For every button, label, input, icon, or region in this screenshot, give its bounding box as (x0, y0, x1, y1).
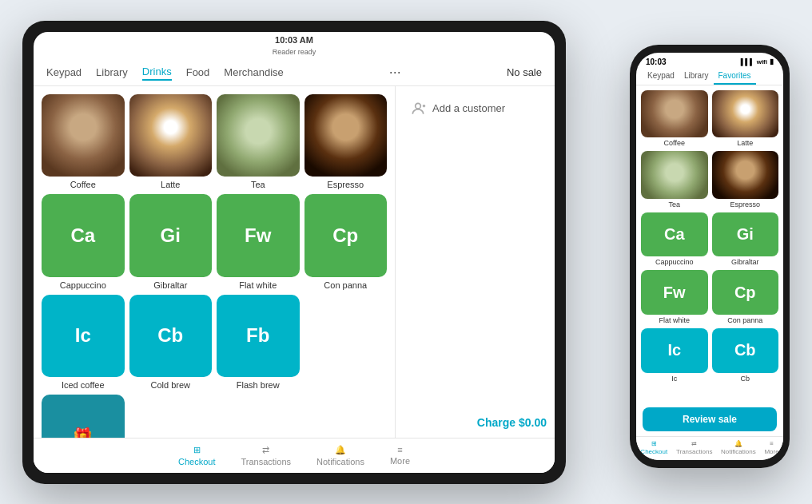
list-item[interactable]: 🎁 Gift cards (42, 395, 125, 438)
tablet-bottom-nav: ⊞ Checkout ⇄ Transactions 🔔 Notification… (34, 438, 555, 473)
phone-gibraltar-tile[interactable]: Gi (712, 212, 779, 257)
tablet-nav-food[interactable]: Food (186, 65, 210, 80)
tablet-tab-checkout[interactable]: ⊞ Checkout (178, 445, 215, 466)
phone-signal-icon: ▌▌▌ (741, 58, 754, 65)
list-item[interactable]: Ca Cappuccino (42, 194, 125, 290)
list-item[interactable]: Gi Gibraltar (712, 212, 779, 267)
add-customer-button[interactable]: Add a customer (404, 94, 547, 123)
list-item[interactable]: Ca Cappuccino (641, 212, 708, 267)
scene: 10:03 AM Reader ready Keypad Library Dri… (22, 21, 790, 484)
list-item[interactable]: Fb Flash brew (217, 295, 300, 391)
phone-ic-tile[interactable]: Ic (641, 328, 708, 373)
phone-cb-tile[interactable]: Cb (712, 328, 779, 373)
add-customer-text: Add a customer (432, 102, 505, 114)
phone-latte-label: Latte (737, 139, 753, 147)
tablet-nav-more-icon[interactable]: ··· (389, 64, 401, 81)
tablet-tab-notifications[interactable]: 🔔 Notifications (316, 445, 364, 466)
list-item[interactable]: Tea (217, 94, 300, 190)
list-item[interactable]: Fw Flat white (217, 194, 300, 290)
icedcoffee-tile[interactable]: Ic (42, 295, 125, 378)
flatwhite-label: Flat white (239, 280, 277, 290)
phone-espresso-label: Espresso (730, 200, 760, 208)
tablet-main: Coffee Latte Tea Espresso (34, 86, 555, 438)
phone-latte-image (712, 90, 779, 138)
tablet-time: 10:03 AM (275, 35, 313, 45)
list-item[interactable]: Latte (129, 94, 213, 190)
list-item[interactable]: Tea (641, 151, 708, 208)
charge-bar: Charge $0.00 (404, 415, 547, 430)
notifications-label: Notifications (316, 457, 364, 466)
list-item[interactable]: Gi Gibraltar (129, 194, 213, 290)
latte-label: Latte (161, 180, 180, 189)
tablet-nav-merchandise[interactable]: Merchandise (224, 65, 283, 80)
list-item[interactable]: Cb Cb (712, 328, 779, 383)
tablet-status-bar: 10:03 AM Reader ready (34, 32, 555, 59)
coldbrew-tile[interactable]: Cb (129, 295, 213, 378)
person-icon (410, 101, 426, 117)
phone-review-bar: Review sale (636, 403, 783, 436)
phone-nav-library[interactable]: Library (679, 68, 714, 85)
charge-button[interactable]: Charge $0.00 (477, 416, 547, 429)
tablet-nav-library[interactable]: Library (96, 65, 128, 80)
phone-nav-favorites[interactable]: Favorites (714, 68, 756, 85)
list-item[interactable]: Coffee (42, 94, 125, 190)
notifications-icon: 🔔 (335, 445, 346, 455)
coffee-label: Coffee (70, 180, 96, 189)
phone-more-icon: ≡ (770, 440, 774, 447)
flashbrew-tile[interactable]: Fb (217, 295, 300, 378)
phone-coffee-label: Coffee (664, 139, 685, 147)
coldbrew-label: Cold brew (150, 380, 190, 390)
phone-flatwhite-tile[interactable]: Fw (641, 270, 708, 315)
list-item[interactable]: Cp Con panna (712, 270, 779, 324)
transactions-label: Transactions (241, 457, 291, 466)
list-item[interactable]: Fw Flat white (641, 270, 708, 324)
tablet-tab-more[interactable]: ≡ More (390, 445, 410, 466)
flatwhite-tile[interactable]: Fw (217, 194, 300, 277)
phone-wifi-icon: wifi (757, 58, 767, 65)
tea-image (217, 94, 300, 177)
review-sale-button[interactable]: Review sale (643, 407, 777, 431)
phone-checkout-label: Checkout (640, 448, 667, 455)
phone-cb-label: Cb (740, 375, 750, 383)
list-item[interactable]: Latte (712, 90, 779, 148)
list-item[interactable]: Espresso (304, 94, 388, 190)
tea-label: Tea (251, 180, 265, 189)
phone-conpanna-tile[interactable]: Cp (712, 270, 779, 315)
phone-tab-checkout[interactable]: ⊞ Checkout (640, 440, 667, 455)
espresso-image (304, 94, 388, 177)
phone-items-grid: Coffee Latte Tea Espresso Ca Cappuccino (636, 85, 783, 403)
tablet-items-grid: Coffee Latte Tea Espresso (34, 86, 395, 438)
tablet-right-panel: Add a customer Charge $0.00 (395, 86, 555, 438)
conpanna-label: Con panna (324, 280, 367, 290)
list-item[interactable]: Cp Con panna (304, 194, 388, 290)
giftcards-tile[interactable]: 🎁 (42, 395, 125, 438)
list-item[interactable]: Ic Ic (641, 328, 708, 383)
gibraltar-label: Gibraltar (153, 280, 187, 290)
phone-tab-notifications[interactable]: 🔔 Notifications (721, 440, 756, 455)
tablet-nav-keypad[interactable]: Keypad (46, 65, 82, 80)
phone-cappuccino-tile[interactable]: Ca (641, 212, 708, 257)
phone-tab-transactions[interactable]: ⇄ Transactions (676, 440, 713, 455)
phone-notifications-label: Notifications (721, 448, 756, 455)
tablet-nav-drinks[interactable]: Drinks (142, 64, 172, 81)
phone-espresso-image (712, 151, 779, 199)
list-item[interactable]: Cb Cold brew (129, 295, 213, 391)
list-item[interactable]: Coffee (641, 90, 708, 148)
phone-tea-label: Tea (668, 200, 680, 208)
phone-checkout-icon: ⊞ (651, 440, 657, 447)
tablet-nav: Keypad Library Drinks Food Merchandise ·… (34, 59, 555, 86)
phone-tea-image (641, 151, 708, 199)
phone-tab-more[interactable]: ≡ More (764, 440, 778, 455)
list-item[interactable]: Espresso (712, 151, 779, 208)
conpanna-tile[interactable]: Cp (304, 194, 388, 277)
phone-screen: 10:03 ▌▌▌ wifi ▮ Keypad Library Favorite… (636, 53, 783, 460)
gibraltar-tile[interactable]: Gi (129, 194, 213, 277)
list-item[interactable]: Ic Iced coffee (42, 295, 125, 391)
tablet-tab-transactions[interactable]: ⇄ Transactions (241, 445, 291, 466)
phone-bottom-nav: ⊞ Checkout ⇄ Transactions 🔔 Notification… (636, 436, 783, 460)
flashbrew-label: Flash brew (237, 380, 280, 390)
phone-transactions-label: Transactions (676, 448, 713, 455)
phone-nav-keypad[interactable]: Keypad (643, 68, 679, 85)
cappuccino-tile[interactable]: Ca (42, 194, 125, 277)
icedcoffee-label: Iced coffee (62, 380, 105, 390)
